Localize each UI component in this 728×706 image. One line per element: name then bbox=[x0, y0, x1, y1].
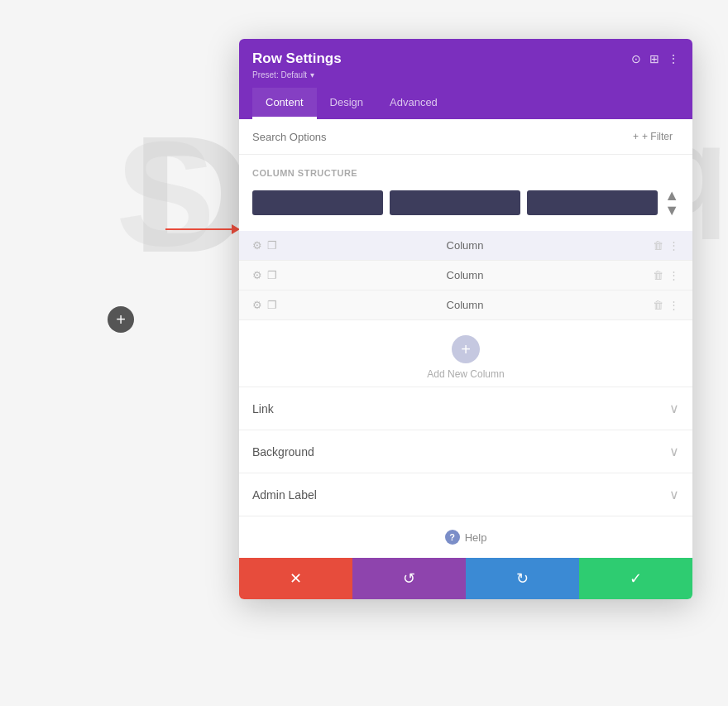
accordion-admin-label-arrow: ∨ bbox=[669, 487, 679, 502]
copy-icon-3[interactable]: ❐ bbox=[267, 299, 277, 311]
col-row-3-icons: ⚙ ❐ bbox=[252, 299, 277, 311]
modal-footer: ✕ ↺ ↻ ✓ bbox=[239, 558, 692, 599]
settings-icon-3[interactable]: ⚙ bbox=[252, 299, 262, 311]
column-row-2: ⚙ ❐ Column 🗑 ⋮ bbox=[239, 261, 692, 291]
more-icon-1[interactable]: ⋮ bbox=[668, 239, 679, 252]
col-row-1-actions: 🗑 ⋮ bbox=[653, 239, 679, 252]
accordion-link-header[interactable]: Link ∨ bbox=[239, 387, 692, 430]
cancel-button[interactable]: ✕ bbox=[239, 558, 352, 599]
tab-advanced[interactable]: Advanced bbox=[376, 88, 451, 119]
copy-icon-2[interactable]: ❐ bbox=[267, 269, 277, 281]
arrow-line bbox=[165, 228, 232, 230]
delete-icon-3[interactable]: 🗑 bbox=[653, 299, 663, 311]
reset-icon: ↺ bbox=[403, 569, 415, 588]
col-row-1-icons: ⚙ ❐ bbox=[252, 239, 277, 252]
layout-icon[interactable]: ⊞ bbox=[649, 52, 659, 65]
add-column-label: Add New Column bbox=[427, 368, 504, 380]
accordion-background-label: Background bbox=[252, 445, 314, 459]
arrow-up-icon: ▲ bbox=[664, 188, 679, 203]
accordion-background-arrow: ∨ bbox=[669, 444, 679, 459]
settings-icon-2[interactable]: ⚙ bbox=[252, 269, 262, 281]
add-col-plus-icon: + bbox=[461, 340, 471, 359]
settings-icon-1[interactable]: ⚙ bbox=[252, 239, 262, 252]
col-row-2-actions: 🗑 ⋮ bbox=[653, 269, 679, 281]
delete-icon-2[interactable]: 🗑 bbox=[653, 269, 663, 281]
col-row-2-icons: ⚙ ❐ bbox=[252, 269, 277, 281]
save-icon: ✓ bbox=[630, 569, 642, 588]
redo-icon: ↻ bbox=[516, 569, 529, 588]
filter-plus: + bbox=[633, 131, 639, 142]
column-structure-title: Column Structure bbox=[252, 168, 679, 178]
accordion-link-label: Link bbox=[252, 402, 274, 415]
more-icon-3[interactable]: ⋮ bbox=[668, 299, 679, 311]
col-row-2-label: Column bbox=[284, 269, 646, 281]
column-previews: ▲ ▼ bbox=[252, 188, 679, 218]
accordion-background-header[interactable]: Background ∨ bbox=[239, 430, 692, 473]
tab-content[interactable]: Content bbox=[252, 88, 317, 119]
accordion-admin-label-text: Admin Label bbox=[252, 488, 317, 502]
accordion-admin-label-header[interactable]: Admin Label ∨ bbox=[239, 473, 692, 516]
column-row-1: ⚙ ❐ Column 🗑 ⋮ bbox=[239, 231, 692, 261]
search-bar: + + Filter bbox=[239, 119, 692, 155]
delete-icon-1[interactable]: 🗑 bbox=[653, 239, 663, 252]
help-icon[interactable]: ? bbox=[445, 530, 460, 545]
modal-header-icons: ⊙ ⊞ ⋮ bbox=[631, 52, 679, 65]
col-row-1-label: Column bbox=[284, 239, 646, 252]
help-label: Help bbox=[465, 531, 487, 544]
accordion-link: Link ∨ bbox=[239, 387, 692, 430]
focus-icon[interactable]: ⊙ bbox=[631, 52, 641, 65]
bg-decorative-d: D bbox=[132, 99, 251, 290]
preset-chevron: ▾ bbox=[310, 70, 314, 79]
help-area: ? Help bbox=[239, 516, 692, 558]
row-settings-modal: Row Settings ⊙ ⊞ ⋮ Preset: Default ▾ Con… bbox=[239, 39, 692, 599]
col-preview-3 bbox=[527, 190, 658, 215]
col-preview-1 bbox=[252, 190, 383, 215]
modal-header: Row Settings ⊙ ⊞ ⋮ Preset: Default ▾ bbox=[239, 39, 692, 88]
add-column-area: + Add New Column bbox=[239, 320, 692, 387]
add-column-button[interactable]: + bbox=[452, 335, 480, 363]
save-button[interactable]: ✓ bbox=[579, 558, 692, 599]
redo-button[interactable]: ↻ bbox=[466, 558, 579, 599]
more-icon-2[interactable]: ⋮ bbox=[668, 269, 679, 281]
accordion-background: Background ∨ bbox=[239, 430, 692, 473]
accordion-link-arrow: ∨ bbox=[669, 401, 679, 416]
column-structure-section: Column Structure ▲ ▼ bbox=[239, 155, 692, 224]
col-row-3-label: Column bbox=[284, 299, 646, 311]
accordion-sections: Link ∨ Background ∨ Admin Label ∨ bbox=[239, 387, 692, 516]
cancel-icon: ✕ bbox=[290, 569, 302, 588]
search-input[interactable] bbox=[252, 131, 620, 143]
accordion-admin-label: Admin Label ∨ bbox=[239, 473, 692, 516]
filter-label: + Filter bbox=[642, 131, 673, 142]
col-preview-2 bbox=[390, 190, 520, 215]
modal-header-top: Row Settings ⊙ ⊞ ⋮ bbox=[252, 50, 679, 67]
modal-title: Row Settings bbox=[252, 50, 342, 67]
preset-selector[interactable]: Preset: Default ▾ bbox=[252, 70, 679, 79]
add-element-button[interactable]: + bbox=[108, 306, 134, 333]
copy-icon-1[interactable]: ❐ bbox=[267, 239, 277, 252]
add-icon: + bbox=[116, 310, 126, 329]
arrow-down-icon: ▼ bbox=[664, 203, 679, 218]
tab-design[interactable]: Design bbox=[317, 88, 376, 119]
arrow-indicator bbox=[165, 224, 240, 234]
reset-button[interactable]: ↺ bbox=[352, 558, 466, 599]
column-row-3: ⚙ ❐ Column 🗑 ⋮ bbox=[239, 291, 692, 320]
col-row-3-actions: 🗑 ⋮ bbox=[653, 299, 679, 311]
column-rows: ⚙ ❐ Column 🗑 ⋮ ⚙ ❐ Column 🗑 ⋮ bbox=[239, 231, 692, 320]
modal-tabs: Content Design Advanced bbox=[239, 88, 692, 119]
modal-body: + + Filter Column Structure ▲ ▼ ⚙ bbox=[239, 119, 692, 558]
filter-button[interactable]: + + Filter bbox=[626, 127, 679, 146]
col-arrows[interactable]: ▲ ▼ bbox=[664, 188, 679, 218]
more-icon[interactable]: ⋮ bbox=[668, 52, 679, 65]
preset-text: Preset: Default bbox=[252, 70, 307, 79]
